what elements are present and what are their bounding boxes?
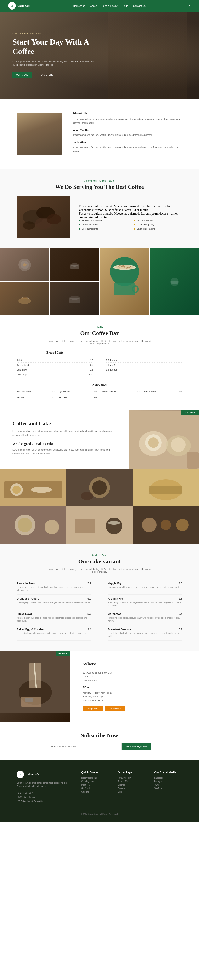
nc-name-4: Ice Tea <box>17 396 24 399</box>
cake-menu-grid: Avocado Toast 5.1 Fresh avocado spread, … <box>17 579 182 641</box>
menu-item-name-0: Juliet <box>17 359 22 361</box>
cake-tag: Available Cake <box>17 554 182 557</box>
svg-point-4 <box>23 221 35 230</box>
nav-about[interactable]: About <box>90 5 97 8</box>
svg-point-34 <box>81 492 93 500</box>
svg-point-45 <box>108 521 120 525</box>
cake-name-0: Avocado Toast <box>17 582 36 585</box>
footer-quick-1[interactable]: Opening Hours <box>81 780 110 783</box>
svg-rect-15 <box>172 281 178 284</box>
our-menu-button[interactable]: Our Menu <box>13 72 32 78</box>
kitchen-image-wrapper: Our Kitchen <box>129 410 199 469</box>
cake-desc-6: Eggs baked in rich tomato sauce with spi… <box>17 632 91 635</box>
nav-links: Homepage About Food & Pastry Page Contac… <box>73 4 145 8</box>
footer-quick-3[interactable]: Gift Cards <box>81 787 110 789</box>
dedication-title: Dedication <box>73 141 182 144</box>
footer-other-4[interactable]: Blog <box>118 791 146 793</box>
footer-quick-4[interactable]: Catering <box>81 791 110 793</box>
footer-social-2[interactable]: Twitter <box>154 784 182 786</box>
svg-point-18 <box>70 296 80 300</box>
footer-other-2[interactable]: Sitemap <box>118 784 146 786</box>
nav-homepage[interactable]: Homepage <box>73 5 85 8</box>
menu-item-price-3: 1.85 <box>85 373 93 376</box>
footer-social-0[interactable]: Facebook <box>154 777 182 779</box>
food-item-4 <box>0 506 66 544</box>
svg-point-40 <box>18 518 32 532</box>
cake-price-4: 5.8 <box>179 597 182 600</box>
svg-point-49 <box>176 519 189 531</box>
best-coffee-section: Coffee From The Best Passion We Do Servi… <box>0 169 199 248</box>
cake-desc-2: Vibrant dragon fruit base blended with t… <box>17 616 91 622</box>
footer-contact: +1 (234) 567-890 info@cabincafe.com 123 … <box>17 791 73 803</box>
find-us-image: Find Us <box>0 651 70 722</box>
feature-item-5: Unique mix tasting <box>134 228 182 230</box>
map-buttons: Google Maps Open in Waze <box>83 706 186 711</box>
cake-name-6: Baked Egg & Chorizo <box>17 628 44 631</box>
feature-label-0: Professional Service <box>82 219 102 222</box>
footer-social-1[interactable]: Instagram <box>154 780 182 783</box>
search-icon[interactable]: ⚭ <box>188 4 191 8</box>
feature-label-4: Best ingredients <box>82 228 98 230</box>
menu-item-price-2: 2.5 <box>85 369 93 371</box>
logo[interactable]: CC Cabin Cafe <box>8 2 30 10</box>
coffee-bar-title: Our Coffee Bar <box>17 330 182 337</box>
footer: CC Cabin Cafe Lorem ipsum dolor sit amet… <box>0 760 199 822</box>
about-title: About Us <box>73 111 182 115</box>
cake-price-1: 5.0 <box>88 597 91 600</box>
footer-other-page: Other Page Privacy Policy Terms of Servi… <box>118 771 146 803</box>
what-we-do-text: Integer commodo facilisis. Vestibulum ve… <box>73 133 182 137</box>
waze-button[interactable]: Open in Waze <box>105 706 125 711</box>
footer-social-title: Our Social Media <box>154 771 182 774</box>
menu-size-2: 3 (Large) <box>106 364 115 366</box>
footer-address: 123 Coffee Street, Brew City <box>17 799 73 803</box>
nc-name-1: Lychee Tea <box>59 390 71 393</box>
google-maps-button[interactable]: Google Maps <box>83 706 103 711</box>
svg-point-47 <box>142 518 156 532</box>
nav-contact[interactable]: Contact Us <box>133 5 145 8</box>
footer-quick-0[interactable]: Reservations Info <box>81 777 110 779</box>
svg-point-41 <box>45 520 59 534</box>
best-coffee-tag: Coffee From The Best Passion <box>17 180 182 182</box>
footer-about-desc: Lorem ipsum dolor sit amet, consectetur … <box>17 781 73 788</box>
cake-item-7: Breakfast Sandwich 5.7 Freshly baked rol… <box>108 625 182 641</box>
subscribe-button[interactable]: Subscribe Right Now <box>122 743 151 750</box>
cake-price-2: 5.7 <box>88 612 91 616</box>
where-title: Where <box>83 661 186 667</box>
footer-quick-2[interactable]: Menu PDF <box>81 784 110 786</box>
footer-grid: CC Cabin Cafe Lorem ipsum dolor sit amet… <box>17 771 182 803</box>
menu-item-name-3: Last Drop <box>17 373 27 376</box>
read-story-button[interactable]: Read Story <box>35 72 57 78</box>
footer-other-1[interactable]: Terms of Service <box>118 780 146 783</box>
best-coffee-content: Fusce vestibulum blandit. Maecenas euism… <box>17 196 182 238</box>
feature-item-2: Affordable price <box>79 223 127 226</box>
menu-size-1: 2.5 (Large) <box>106 359 117 361</box>
footer-social-3[interactable]: YouTube <box>154 787 182 789</box>
footer-other-0[interactable]: Privacy Policy <box>118 777 146 779</box>
nav-food[interactable]: Food & Pastry <box>102 5 117 8</box>
what-we-do-title: What We Do <box>73 129 182 132</box>
menu-row-r-1: 2.5 (Large) <box>106 358 182 363</box>
menu-size-3: 2.5 (Large) <box>106 369 117 371</box>
cake-title: Our cake variant <box>17 558 182 565</box>
feature-dot-0 <box>79 220 80 221</box>
footer-logo: CC Cabin Cafe <box>17 771 73 778</box>
svg-rect-43 <box>75 519 96 533</box>
nc-price-5: 0.8 <box>94 396 97 399</box>
footer-logo-text: Cabin Cafe <box>26 773 39 776</box>
nc-price-3: 5.5 <box>179 390 182 393</box>
svg-rect-37 <box>149 485 182 494</box>
footer-other-3[interactable]: Careers <box>118 787 146 789</box>
food-item-6 <box>133 506 199 544</box>
footer-quick-links: Reservations Info Opening Hours Menu PDF… <box>81 777 110 793</box>
subscribe-email-input[interactable] <box>48 743 122 750</box>
hero-buttons: Our Menu Read Story <box>13 72 96 78</box>
cake-name-4: Arugula Fry <box>108 597 123 600</box>
coffee-cake-title: Coffee and Cake <box>13 420 116 427</box>
gallery-item-2 <box>50 248 99 282</box>
nav-page[interactable]: Page <box>122 5 128 8</box>
find-us-tag: Find Us <box>56 651 70 656</box>
footer-email: info@cabincafe.com <box>17 795 73 799</box>
coffee-cake-desc: Lorem ipsum dolor sit amet consectetur a… <box>13 429 116 437</box>
coffee-bar-section: Little Star Our Coffee Bar Lorem ipsum d… <box>0 315 199 410</box>
non-coffee-4: Ice Tea 5.0 <box>17 395 55 400</box>
